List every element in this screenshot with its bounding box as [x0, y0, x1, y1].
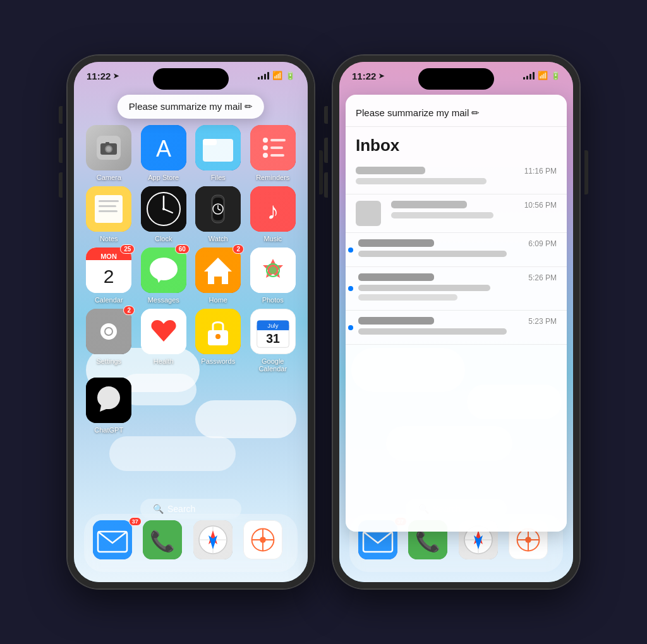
app-gcal-label: Google Calendar: [248, 357, 298, 373]
mail-item-5-time: 5:23 PM: [528, 317, 557, 326]
app-health-wrap: [141, 309, 186, 354]
app-messages-badge: 60: [175, 244, 190, 254]
mail-item-5[interactable]: 5:23 PM: [346, 311, 567, 345]
app-settings-label: Settings: [96, 357, 121, 365]
status-time-2: 11:22 ➤: [352, 71, 384, 81]
app-photos[interactable]: Photos: [248, 247, 298, 304]
svg-rect-18: [95, 195, 123, 223]
power-button: [319, 150, 323, 194]
phone-1-frame: 11:22 ➤ 📶 🔋 Please summarize my mail ✏: [68, 56, 314, 588]
dock-phone-1-wrap: 📞: [143, 520, 188, 566]
dock-satellite-1[interactable]: [243, 520, 289, 566]
mail-item-1[interactable]: 11:16 PM: [346, 160, 567, 194]
mail-item-1-row: 11:16 PM: [356, 167, 557, 188]
dock-phone-1[interactable]: 📞: [143, 520, 188, 566]
app-health[interactable]: Health: [139, 309, 189, 373]
mail-item-1-subject: [356, 178, 487, 184]
mail-inbox-title: Inbox: [346, 127, 567, 160]
mail-item-2-content: [391, 201, 519, 222]
status-icons-1: 📶 🔋: [258, 71, 295, 80]
mail-item-4-time: 5:26 PM: [528, 273, 557, 282]
svg-rect-16: [270, 154, 284, 157]
signal-bar-1: [258, 77, 260, 80]
svg-rect-20: [99, 205, 116, 207]
app-home[interactable]: 2 Home: [193, 247, 243, 304]
volume-up-button: [59, 138, 63, 163]
app-photos-icon: [250, 247, 296, 293]
location-icon-1: ➤: [113, 72, 119, 80]
svg-point-26: [162, 208, 165, 210]
volume-down-button-2: [324, 172, 328, 198]
app-files-wrap: [195, 125, 241, 170]
app-appstore[interactable]: A App Store: [139, 125, 189, 181]
dock-safari-1[interactable]: [193, 520, 239, 566]
mail-item-5-subject: [358, 328, 507, 335]
status-time-1: 11:22 ➤: [87, 71, 119, 81]
app-photos-wrap: [250, 247, 296, 293]
app-appstore-icon: A: [141, 125, 186, 170]
svg-point-76: [260, 537, 266, 543]
mail-item-2-sender: [391, 201, 467, 208]
app-home-badge: 2: [233, 244, 244, 254]
status-icons-2: 📶 🔋: [523, 71, 560, 80]
app-watch[interactable]: Watch: [193, 186, 243, 242]
app-calendar-badge: 25: [120, 244, 135, 254]
app-photos-label: Photos: [262, 296, 284, 304]
mail-item-2[interactable]: 10:56 PM: [346, 194, 567, 233]
app-home-icon: [195, 247, 241, 293]
app-music-wrap: ♪: [250, 186, 296, 232]
svg-rect-9: [203, 139, 217, 145]
app-files-icon: [195, 125, 241, 170]
mail-item-4[interactable]: 5:26 PM: [346, 267, 567, 311]
mail-item-4-row: 5:26 PM: [358, 273, 557, 304]
mail-item-4-sender: [358, 273, 434, 281]
mail-item-2-subject: [391, 212, 493, 218]
svg-rect-4: [106, 142, 109, 144]
svg-rect-14: [270, 139, 286, 141]
svg-rect-15: [270, 146, 283, 149]
app-clock[interactable]: Clock: [139, 186, 189, 242]
svg-point-3: [106, 146, 111, 152]
app-chatgpt[interactable]: ChatGPT: [84, 378, 134, 434]
dock-1: 37 📞: [84, 514, 298, 572]
app-gcal[interactable]: 31July Google Calendar: [248, 309, 298, 373]
app-calendar-wrap: MON2 25: [86, 247, 131, 293]
mail-item-3[interactable]: 6:09 PM: [346, 233, 567, 267]
wifi-icon-1: 📶: [272, 71, 282, 80]
app-settings[interactable]: 2 Settings: [84, 309, 134, 373]
mail-overlay: Please summarize my mail ✏ Inbox 11:16 P…: [346, 95, 567, 532]
app-passwords[interactable]: Passwords: [193, 309, 243, 373]
app-camera[interactable]: Camera: [84, 125, 134, 181]
mail-item-1-sender: [356, 167, 425, 174]
svg-point-47: [269, 266, 277, 274]
app-passwords-icon: [195, 309, 241, 354]
mail-item-4-subject: [358, 285, 490, 291]
mail-item-4-snippet: [358, 294, 457, 301]
svg-rect-19: [99, 200, 119, 202]
volume-down-button: [59, 172, 63, 198]
phone-1: 11:22 ➤ 📶 🔋 Please summarize my mail ✏: [68, 56, 314, 588]
svg-rect-62: [93, 520, 132, 559]
mail-siri-row: Please summarize my mail ✏: [346, 102, 567, 127]
mail-item-3-row: 6:09 PM: [358, 239, 557, 260]
phone-2: 11:22 ➤ 📶 🔋 Please summarize my mail ✏ I…: [333, 56, 579, 588]
mail-item-1-content: [356, 167, 519, 188]
app-notes[interactable]: Notes: [84, 186, 134, 242]
app-calendar[interactable]: MON2 25 Calendar: [84, 247, 134, 304]
app-clock-wrap: [141, 186, 186, 232]
app-clock-label: Clock: [155, 235, 172, 242]
signal-bar-8: [533, 72, 535, 80]
dock-mail-1[interactable]: 37: [93, 520, 138, 566]
app-messages[interactable]: 60 Messages: [139, 247, 189, 304]
app-music[interactable]: ♪ Music: [248, 186, 298, 242]
app-grid-1: Camera A App Store Files: [84, 125, 298, 434]
app-appstore-label: App Store: [148, 174, 179, 181]
app-home-label: Home: [209, 296, 227, 304]
signal-bar-7: [529, 74, 531, 80]
mail-item-3-subject: [358, 251, 507, 257]
svg-point-91: [525, 537, 531, 543]
power-button-2: [584, 150, 588, 194]
dock-satellite-1-icon: [243, 520, 282, 559]
app-files[interactable]: Files: [193, 125, 243, 181]
app-reminders[interactable]: Reminders: [248, 125, 298, 181]
